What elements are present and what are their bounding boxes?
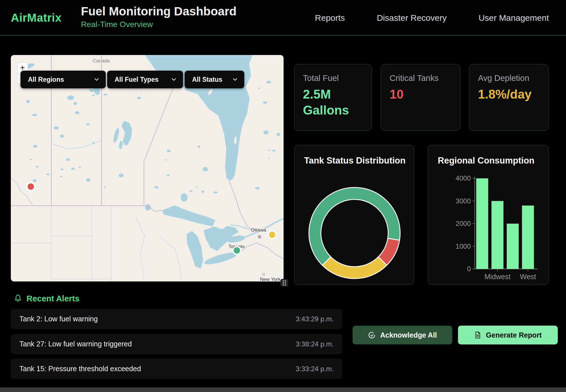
nav-disaster-recovery[interactable]: Disaster Recovery bbox=[377, 13, 447, 23]
recent-alerts-heading: Recent Alerts bbox=[14, 293, 80, 304]
tank-marker-warning[interactable] bbox=[268, 231, 276, 239]
region-filter-dropdown[interactable]: All Regions bbox=[21, 71, 106, 88]
header: AirMatrix Fuel Monitoring Dashboard Real… bbox=[0, 0, 566, 36]
check-circle-icon bbox=[368, 331, 376, 339]
footer-strip bbox=[0, 387, 566, 392]
tank-marker-critical[interactable] bbox=[27, 183, 35, 191]
regional-consumption-chart-card: Regional Consumption 01000200030004000Mi… bbox=[428, 145, 549, 285]
new-york-town-dot bbox=[263, 273, 264, 275]
bar-ytick-label: 4000 bbox=[456, 174, 471, 182]
acknowledge-all-button[interactable]: Acknowledge All bbox=[353, 326, 452, 344]
alert-row: Tank 27: Low fuel warning triggered 3:38… bbox=[11, 334, 342, 354]
bar-ytick-label: 2000 bbox=[456, 220, 471, 227]
stat-card-total-fuel: Total Fuel 2.5M Gallons bbox=[294, 64, 372, 131]
ottawa-town-dot-center bbox=[259, 236, 260, 237]
stat-label: Total Fuel bbox=[303, 74, 363, 83]
alert-text: Tank 15: Pressure threshold exceeded bbox=[19, 365, 141, 373]
map-filters: All Regions All Fuel Types All Status bbox=[21, 71, 244, 88]
alert-row: Tank 2: Low fuel warning 3:43:29 p.m. bbox=[11, 309, 342, 329]
bar-ytick-label: 3000 bbox=[456, 197, 471, 205]
bar-ytick-label: 1000 bbox=[456, 242, 471, 250]
stat-label: Critical Tanks bbox=[390, 74, 451, 83]
tank-status-donut-chart[interactable] bbox=[294, 145, 414, 285]
stat-value-avg-depletion: 1.8%/day bbox=[478, 86, 540, 102]
chevron-down-icon bbox=[232, 77, 238, 82]
fuel-type-filter-value: All Fuel Types bbox=[115, 76, 158, 83]
alert-time: 3:43:29 p.m. bbox=[296, 315, 334, 323]
stat-value-total-fuel: 2.5M Gallons bbox=[303, 86, 363, 118]
stat-card-avg-depletion: Avg Depletion 1.8%/day bbox=[469, 64, 549, 131]
dashboard-root: AirMatrix Fuel Monitoring Dashboard Real… bbox=[0, 0, 566, 392]
alert-time: 3:38:24 p.m. bbox=[296, 340, 334, 348]
stat-label: Avg Depletion bbox=[478, 74, 540, 83]
generate-report-button[interactable]: Generate Report bbox=[458, 326, 558, 344]
alert-time: 3:33:24 p.m. bbox=[296, 365, 334, 373]
stat-card-critical-tanks: Critical Tanks 10 bbox=[381, 64, 460, 131]
alert-text: Tank 2: Low fuel warning bbox=[19, 315, 98, 323]
generate-report-label: Generate Report bbox=[486, 331, 542, 339]
consumption-bar-1[interactable] bbox=[492, 201, 504, 269]
fuel-type-filter-dropdown[interactable]: All Fuel Types bbox=[107, 71, 183, 88]
tank-status-chart-card: Tank Status Distribution bbox=[294, 145, 414, 285]
status-filter-dropdown[interactable]: All Status bbox=[185, 71, 244, 88]
map-panel[interactable]: Canada Ottawa Toronto New York + − All R… bbox=[11, 55, 284, 281]
donut-segment-warning[interactable] bbox=[322, 257, 387, 279]
app-logo: AirMatrix bbox=[11, 0, 62, 36]
page-title: Fuel Monitoring Dashboard bbox=[81, 5, 237, 18]
recent-alerts-title: Recent Alerts bbox=[27, 294, 80, 303]
alert-row: Tank 15: Pressure threshold exceeded 3:3… bbox=[11, 359, 342, 379]
map-canvas[interactable]: Canada Ottawa Toronto New York bbox=[11, 55, 284, 281]
regional-consumption-bar-chart[interactable]: 01000200030004000MidwestWest bbox=[428, 145, 549, 285]
nav-reports[interactable]: Reports bbox=[315, 13, 345, 23]
consumption-bar-2[interactable] bbox=[507, 224, 519, 269]
page-subtitle: Real-Time Overview bbox=[81, 20, 237, 29]
map-label-canada: Canada bbox=[93, 58, 110, 64]
chevron-down-icon bbox=[94, 77, 99, 82]
consumption-bar-3[interactable] bbox=[522, 205, 534, 269]
stat-value-critical-tanks: 10 bbox=[390, 86, 451, 102]
title-block: Fuel Monitoring Dashboard Real-Time Over… bbox=[81, 5, 237, 29]
nav-user-management[interactable]: User Management bbox=[479, 13, 549, 23]
chevron-down-icon bbox=[171, 77, 177, 82]
map-label-new-york: New York bbox=[260, 277, 280, 281]
main-nav: Reports Disaster Recovery User Managemen… bbox=[315, 0, 549, 36]
alert-text: Tank 27: Low fuel warning triggered bbox=[19, 340, 132, 348]
acknowledge-all-label: Acknowledge All bbox=[380, 331, 437, 339]
consumption-bar-0[interactable] bbox=[476, 178, 488, 269]
bar-xtick-label: West bbox=[520, 273, 536, 281]
bell-icon bbox=[14, 294, 22, 303]
map-label-ottawa: Ottawa bbox=[251, 227, 266, 233]
region-filter-value: All Regions bbox=[28, 76, 64, 83]
tank-marker-normal[interactable] bbox=[233, 247, 241, 254]
bar-ytick-label: 0 bbox=[467, 265, 471, 273]
bar-xtick-label: Midwest bbox=[484, 273, 511, 281]
status-filter-value: All Status bbox=[192, 76, 222, 83]
map-resize-handle[interactable] bbox=[280, 279, 288, 287]
document-icon bbox=[474, 331, 481, 339]
